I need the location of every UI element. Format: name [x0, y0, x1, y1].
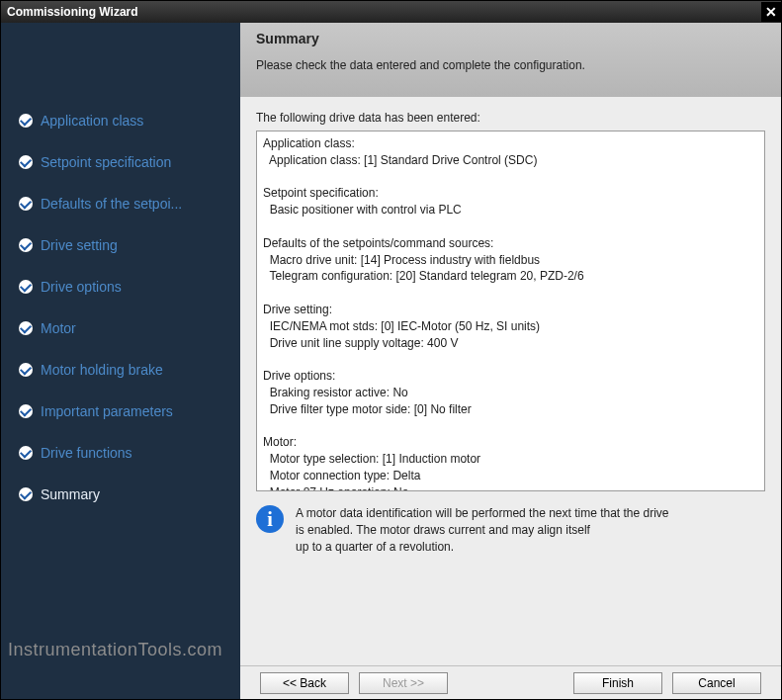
check-icon: [19, 197, 33, 211]
sidebar-item-summary[interactable]: Summary: [1, 481, 240, 508]
sidebar-item-defaults-setpoints[interactable]: Defaults of the setpoi...: [1, 190, 240, 218]
check-icon: [19, 446, 33, 460]
sidebar-item-label: Defaults of the setpoi...: [41, 196, 182, 212]
content: Summary Please check the data entered an…: [240, 23, 781, 699]
sidebar-item-drive-setting[interactable]: Drive setting: [1, 231, 240, 259]
sidebar-item-label: Application class: [41, 113, 143, 129]
cancel-button[interactable]: Cancel: [672, 672, 761, 694]
sidebar-item-label: Setpoint specification: [41, 154, 171, 170]
sidebar: Application class Setpoint specification…: [1, 23, 240, 699]
check-icon: [19, 114, 33, 128]
sidebar-item-motor[interactable]: Motor: [1, 314, 240, 342]
summary-intro: The following drive data has been entere…: [256, 111, 765, 125]
check-icon: [19, 321, 33, 335]
sidebar-item-label: Summary: [41, 486, 100, 502]
page-subtitle: Please check the data entered and comple…: [256, 58, 765, 72]
info-text: A motor data identification will be perf…: [296, 505, 669, 555]
finish-button[interactable]: Finish: [573, 672, 662, 694]
footer-bar: << Back Next >> Finish Cancel: [240, 665, 781, 699]
summary-textbox[interactable]: Application class: Application class: [1…: [256, 131, 765, 491]
check-icon: [19, 280, 33, 294]
sidebar-item-drive-functions[interactable]: Drive functions: [1, 439, 240, 467]
main-panel: The following drive data has been entere…: [240, 97, 781, 665]
sidebar-item-application-class[interactable]: Application class: [1, 107, 240, 134]
info-icon: i: [256, 505, 284, 533]
next-button: Next >>: [359, 672, 448, 694]
close-icon[interactable]: ✕: [761, 2, 781, 22]
check-icon: [19, 155, 33, 169]
header-band: Summary Please check the data entered an…: [240, 23, 781, 97]
sidebar-item-label: Motor holding brake: [41, 362, 163, 378]
sidebar-item-drive-options[interactable]: Drive options: [1, 273, 240, 301]
sidebar-item-label: Drive options: [41, 279, 122, 295]
check-icon: [19, 404, 33, 418]
sidebar-item-important-parameters[interactable]: Important parameters: [1, 397, 240, 425]
sidebar-item-label: Motor: [41, 320, 76, 336]
window-title: Commissioning Wizard: [7, 5, 138, 19]
sidebar-item-label: Important parameters: [41, 403, 173, 419]
titlebar: Commissioning Wizard ✕: [1, 1, 781, 23]
wizard-window: Commissioning Wizard ✕ Application class…: [0, 0, 782, 700]
check-icon: [19, 487, 33, 501]
page-title: Summary: [256, 31, 765, 46]
sidebar-item-label: Drive setting: [41, 237, 118, 253]
back-button[interactable]: << Back: [260, 672, 349, 694]
sidebar-item-setpoint-specification[interactable]: Setpoint specification: [1, 148, 240, 176]
check-icon: [19, 363, 33, 377]
body: Application class Setpoint specification…: [1, 23, 781, 699]
sidebar-item-label: Drive functions: [41, 445, 132, 461]
check-icon: [19, 238, 33, 252]
sidebar-item-motor-holding-brake[interactable]: Motor holding brake: [1, 356, 240, 384]
info-row: i A motor data identification will be pe…: [256, 505, 765, 555]
